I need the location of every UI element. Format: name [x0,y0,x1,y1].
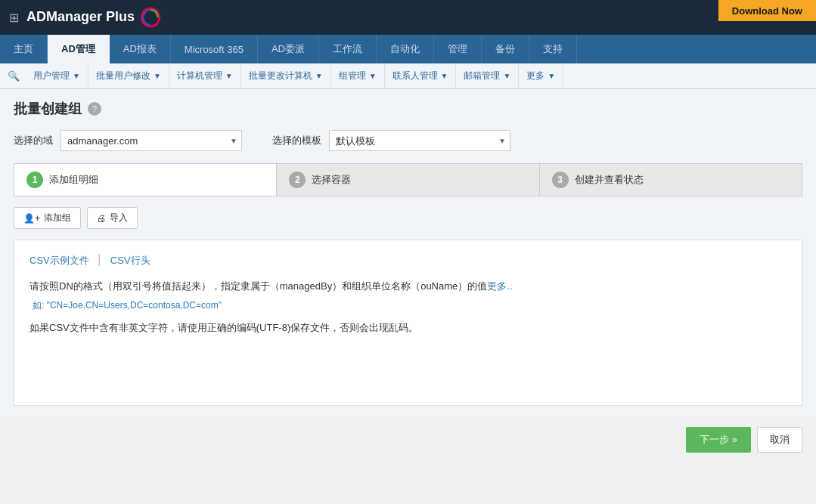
logo: ADManager Plus [26,7,161,28]
import-button[interactable]: 🖨 导入 [87,207,138,229]
sub-nav-user-management[interactable]: 用户管理 ▼ [26,63,88,88]
template-select-wrapper: 默认模板 ▼ [329,130,510,151]
nav-item-automation[interactable]: 自动化 [377,35,434,63]
page-footer: 下一步 » 取消 [0,416,816,463]
step-2-label: 选择容器 [312,173,351,187]
page-header: 批量创建组 ? [14,100,802,118]
steps-bar: 1 添加组明细 2 选择容器 3 创建并查看状态 [14,163,802,196]
nav-item-backup[interactable]: 备份 [482,35,529,63]
csv-example-link[interactable]: CSV示例文件 [29,254,89,267]
chevron-down-icon: ▼ [154,72,161,80]
nav-item-ad-delegate[interactable]: AD委派 [258,35,319,63]
nav-item-ad-reports[interactable]: AD报表 [110,35,171,63]
chevron-down-icon: ▼ [369,72,377,80]
next-button[interactable]: 下一步 » [686,427,751,453]
search-icon[interactable]: 🔍 [5,67,23,85]
step-1[interactable]: 1 添加组明细 [14,164,277,196]
grid-icon[interactable]: ⊞ [9,11,19,25]
sub-nav-mailbox-management[interactable]: 邮箱管理 ▼ [456,63,519,88]
nav-item-ad-management[interactable]: AD管理 [48,35,110,63]
csv-header-link[interactable]: CSV行头 [110,254,150,267]
sub-nav: 🔍 用户管理 ▼ 批量用户修改 ▼ 计算机管理 ▼ 批量更改计算机 ▼ 组管理 … [0,63,816,89]
step-3-number: 3 [552,172,569,188]
domain-select-wrapper: admanager.com ▼ [61,130,242,151]
page-content: 批量创建组 ? 选择的域 admanager.com ▼ 选择的模板 默认模板 … [0,89,816,416]
toolbar: 👤+ 添加组 🖨 导入 [14,207,802,229]
add-group-button[interactable]: 👤+ 添加组 [14,207,81,229]
nav-item-support[interactable]: 支持 [529,35,577,63]
template-select[interactable]: 默认模板 [329,130,510,151]
step-2-number: 2 [289,172,306,188]
info-warning: 如果CSV文件中含有非英文字符，请使用正确的编码(UTF-8)保存文件，否则会出… [29,320,787,336]
nav-item-workflow[interactable]: 工作流 [319,35,377,63]
domain-label: 选择的域 [14,134,53,147]
cancel-button[interactable]: 取消 [757,427,802,453]
nav-item-microsoft365[interactable]: Microsoft 365 [171,35,258,63]
info-box: CSV示例文件 │ CSV行头 请按照DN的格式（用双引号将值括起来），指定隶属… [14,240,802,406]
form-row: 选择的域 admanager.com ▼ 选择的模板 默认模板 ▼ [14,130,802,151]
sub-nav-batch-user-modify[interactable]: 批量用户修改 ▼ [88,63,169,88]
template-label: 选择的模板 [272,134,321,147]
main-nav: 主页 AD管理 AD报表 Microsoft 365 AD委派 工作流 自动化 … [0,35,816,63]
step-1-number: 1 [26,172,43,188]
step-2[interactable]: 2 选择容器 [277,164,539,196]
top-bar: ⊞ ADManager Plus Download Now [0,0,816,35]
step-1-label: 添加组明细 [49,173,98,187]
step-3[interactable]: 3 创建并查看状态 [540,164,802,196]
download-now-button[interactable]: Download Now [718,0,816,21]
sub-nav-more[interactable]: 更多 ▼ [519,63,563,88]
chevron-down-icon: ▼ [73,72,80,80]
nav-item-manage[interactable]: 管理 [434,35,482,63]
sub-nav-computer-management[interactable]: 计算机管理 ▼ [169,63,241,88]
template-group: 选择的模板 默认模板 ▼ [272,130,510,151]
help-icon[interactable]: ? [88,102,101,116]
import-icon: 🖨 [97,213,106,224]
chevron-down-icon: ▼ [503,72,510,80]
info-divider: │ [97,254,103,267]
sub-nav-batch-computer-modify[interactable]: 批量更改计算机 ▼ [241,63,331,88]
more-link[interactable]: 更多.. [487,280,512,292]
domain-select[interactable]: admanager.com [61,130,242,151]
nav-item-home[interactable]: 主页 [0,35,48,63]
info-text-1: 请按照DN的格式（用双引号将值括起来），指定隶属于（managedBy）和组织单… [29,278,787,295]
sub-nav-contact-management[interactable]: 联系人管理 ▼ [385,63,457,88]
info-links: CSV示例文件 │ CSV行头 [29,254,787,267]
page-title: 批量创建组 [14,100,82,118]
sub-nav-group-management[interactable]: 组管理 ▼ [331,63,385,88]
add-group-icon: 👤+ [23,213,40,224]
chevron-down-icon: ▼ [225,72,233,80]
chevron-down-icon: ▼ [441,72,448,80]
chevron-down-icon: ▼ [548,72,555,80]
chevron-down-icon: ▼ [315,72,323,80]
domain-group: 选择的域 admanager.com ▼ [14,130,242,151]
info-example: 如: "CN=Joe,CN=Users,DC=contosa,DC=com" [33,299,787,312]
step-3-label: 创建并查看状态 [575,173,644,187]
